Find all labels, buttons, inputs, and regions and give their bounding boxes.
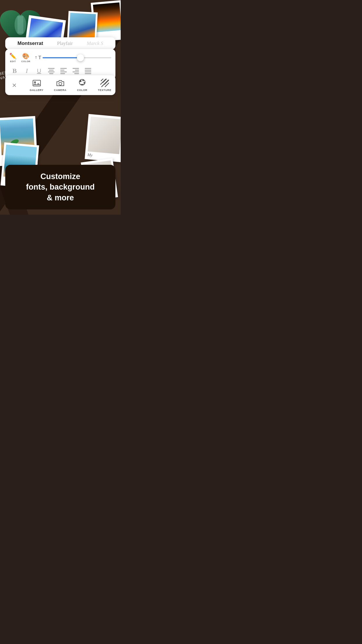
texture-label: TEXTURE xyxy=(98,89,111,92)
gallery-tool[interactable]: GALLERY xyxy=(30,79,43,92)
size-slider[interactable]: T T xyxy=(35,55,111,60)
justify-button[interactable] xyxy=(83,66,93,76)
texture-icon xyxy=(100,79,109,88)
close-button[interactable]: × xyxy=(9,80,19,90)
align-center-button[interactable] xyxy=(46,66,57,76)
color-label: COLOR xyxy=(21,60,30,63)
italic-icon: I xyxy=(26,67,28,75)
justify-icon xyxy=(85,68,91,74)
font-selector-bar: Montserrat Playfair Marck S xyxy=(5,37,115,50)
slider-thumb[interactable] xyxy=(77,54,84,61)
text-size-small-icon: T xyxy=(35,56,37,59)
background-toolbar: × GALLERY CAMERA COLOR xyxy=(5,75,115,95)
cta-banner: Customize fonts, background & more xyxy=(5,165,115,209)
edit-label: EDIT xyxy=(10,60,16,63)
underline-button[interactable]: U xyxy=(34,66,44,76)
bold-icon: B xyxy=(13,67,17,75)
camera-tool[interactable]: CAMERA xyxy=(54,79,66,92)
color-tool[interactable]: 🎨 COLOR xyxy=(21,52,30,63)
svg-point-8 xyxy=(82,80,84,81)
font-option-playfair[interactable]: Playfair xyxy=(57,41,73,46)
font-option-montserrat[interactable]: Montserrat xyxy=(17,41,43,46)
close-icon: × xyxy=(12,81,16,89)
align-left-button[interactable] xyxy=(58,66,69,76)
svg-line-10 xyxy=(101,79,104,81)
color-palette-icon: 🎨 xyxy=(22,52,29,60)
svg-point-4 xyxy=(34,81,36,83)
gallery-label: GALLERY xyxy=(30,89,43,92)
cta-text: Customize fonts, background & more xyxy=(13,171,107,203)
bold-button[interactable]: B xyxy=(9,66,20,76)
align-center-icon xyxy=(48,68,55,74)
svg-point-7 xyxy=(79,80,81,82)
camera-label: CAMERA xyxy=(54,89,66,92)
edit-tool[interactable]: ✏️ EDIT xyxy=(9,52,17,63)
svg-point-9 xyxy=(83,82,85,84)
font-option-marck[interactable]: Marck S xyxy=(87,41,103,46)
align-left-icon xyxy=(60,68,67,74)
bg-color-tool[interactable]: COLOR xyxy=(77,79,87,92)
edit-icon: ✏️ xyxy=(9,52,17,60)
texture-tool[interactable]: TEXTURE xyxy=(98,79,111,92)
underline-icon: U xyxy=(37,68,41,74)
svg-rect-2 xyxy=(17,16,23,34)
align-right-button[interactable] xyxy=(71,66,81,76)
gallery-icon xyxy=(32,79,41,88)
script-card-1: My xyxy=(85,114,121,162)
bg-color-icon xyxy=(78,79,87,88)
align-right-icon xyxy=(73,68,79,74)
text-size-large-icon: T xyxy=(38,55,41,60)
camera-icon xyxy=(56,79,65,88)
bg-color-label: COLOR xyxy=(77,89,87,92)
italic-button[interactable]: I xyxy=(22,66,32,76)
svg-point-5 xyxy=(59,82,62,85)
